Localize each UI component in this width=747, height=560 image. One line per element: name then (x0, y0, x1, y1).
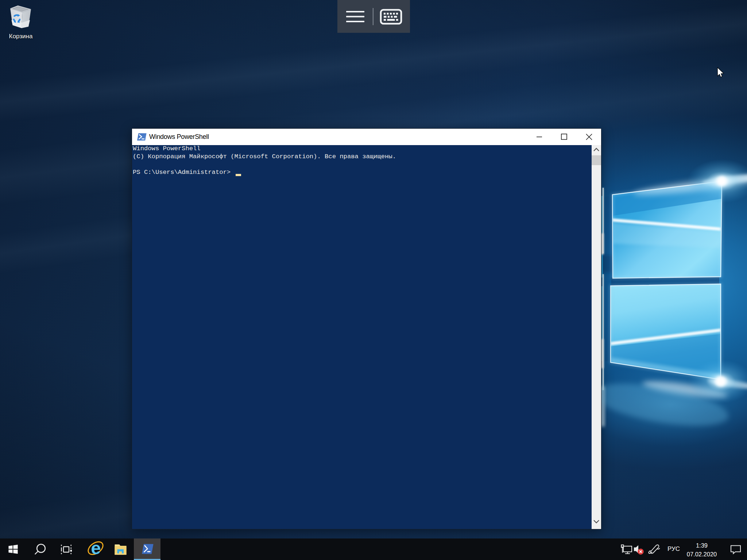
svg-text:e: e (91, 538, 101, 558)
